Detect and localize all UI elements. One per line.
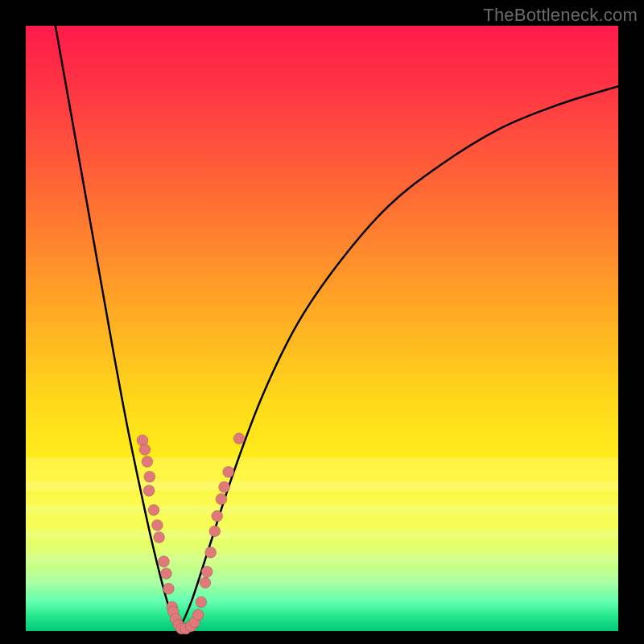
data-marker <box>216 493 227 505</box>
data-marker <box>205 547 217 558</box>
data-marker <box>139 444 151 455</box>
bottleneck-chart <box>0 0 644 644</box>
data-marker <box>163 583 174 594</box>
data-marker <box>209 526 221 537</box>
data-marker <box>160 568 171 580</box>
site-watermark: TheBottleneck.com <box>483 5 638 26</box>
data-marker <box>212 510 223 522</box>
data-marker <box>142 456 153 467</box>
data-marker <box>200 577 211 588</box>
data-marker <box>151 519 163 530</box>
data-marker <box>223 466 234 477</box>
data-marker <box>154 531 165 543</box>
data-marker <box>201 566 213 577</box>
data-marker <box>233 433 245 444</box>
data-marker <box>148 505 159 516</box>
haze-band <box>26 554 618 587</box>
data-marker <box>219 481 230 493</box>
data-marker <box>144 471 155 482</box>
chart-stage: TheBottleneck.com <box>0 0 644 644</box>
data-marker <box>196 597 207 608</box>
data-marker <box>158 556 169 568</box>
data-marker <box>143 485 155 497</box>
data-marker <box>192 609 204 621</box>
